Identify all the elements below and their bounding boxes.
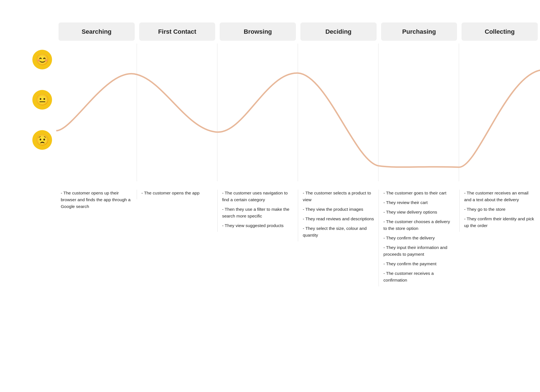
desc-browsing: - The customer uses navigation to find a… xyxy=(217,190,298,232)
stage-header-deciding: Deciding xyxy=(300,22,377,41)
chart-area xyxy=(56,44,540,181)
desc-searching-text: - The customer opens up their browser an… xyxy=(61,190,132,210)
stage-label-searching: Searching xyxy=(82,28,111,35)
stage-label-purchasing: Purchasing xyxy=(402,28,436,35)
desc-deciding-text-0: - The customer selects a product to view xyxy=(303,190,374,203)
stage-header-browsing: Browsing xyxy=(220,22,296,41)
desc-purchasing-text-0: - The customer goes to their cart xyxy=(383,190,455,196)
stage-header-collecting: Collecting xyxy=(462,22,538,41)
stage-header-first-contact: First Contact xyxy=(139,22,215,41)
journey-curve-path xyxy=(56,70,540,167)
desc-purchasing-text-3: - The customer chooses a delivery to the… xyxy=(383,218,455,232)
desc-first-contact: - The customer opens the app xyxy=(137,190,217,199)
stage-label-collecting: Collecting xyxy=(485,28,515,35)
stage-label-browsing: Browsing xyxy=(244,28,272,35)
stage-header-searching: Searching xyxy=(58,22,135,41)
desc-purchasing: - The customer goes to their cart - They… xyxy=(379,190,459,286)
desc-purchasing-text-5: - They input their information and proce… xyxy=(383,244,455,258)
main-container: 😊 😐 😟 Searching First Contact Browsing D… xyxy=(0,0,540,286)
desc-purchasing-text-1: - They review their cart xyxy=(383,199,455,206)
stage-descriptions: - The customer opens up their browser an… xyxy=(56,190,540,286)
unhappy-emoji: 😟 xyxy=(32,130,52,150)
desc-purchasing-text-7: - The customer receives a confirmation xyxy=(383,270,455,284)
desc-browsing-text-2: - They view suggested products xyxy=(222,222,294,229)
neutral-emoji: 😐 xyxy=(32,90,52,110)
journey-curve-svg xyxy=(56,44,540,181)
desc-collecting-text-2: - They confirm their identity and pick u… xyxy=(464,216,536,229)
desc-collecting-text-1: - They go to the store xyxy=(464,206,536,213)
desc-deciding-text-3: - They select the size, colour and quant… xyxy=(303,225,374,239)
desc-purchasing-text-6: - They confirm the payment xyxy=(383,260,455,267)
stage-header-purchasing: Purchasing xyxy=(381,22,457,41)
desc-deciding: - The customer selects a product to view… xyxy=(298,190,379,241)
stage-label-first-contact: First Contact xyxy=(158,28,196,35)
desc-collecting-text-0: - The customer receives an email and a t… xyxy=(464,190,536,203)
happy-emoji: 😊 xyxy=(32,50,52,69)
desc-purchasing-text-2: - They view delivery options xyxy=(383,209,455,216)
desc-purchasing-text-4: - They confirm the delivery xyxy=(383,235,455,241)
desc-searching: - The customer opens up their browser an… xyxy=(56,190,137,213)
stage-headers: Searching First Contact Browsing Decidin… xyxy=(56,22,540,41)
desc-deciding-text-2: - They read reviews and descriptions xyxy=(303,216,374,222)
stages-area: Searching First Contact Browsing Decidin… xyxy=(56,22,540,286)
stage-label-deciding: Deciding xyxy=(325,28,352,35)
desc-browsing-text-1: - Then they use a filter to make the sea… xyxy=(222,206,294,219)
desc-deciding-text-1: - They view the product images xyxy=(303,206,374,213)
desc-first-contact-text: - The customer opens the app xyxy=(141,190,213,196)
desc-collecting: - The customer receives an email and a t… xyxy=(459,190,540,232)
emoji-column: 😊 😐 😟 xyxy=(28,39,56,160)
desc-browsing-text-0: - The customer uses navigation to find a… xyxy=(222,190,294,203)
